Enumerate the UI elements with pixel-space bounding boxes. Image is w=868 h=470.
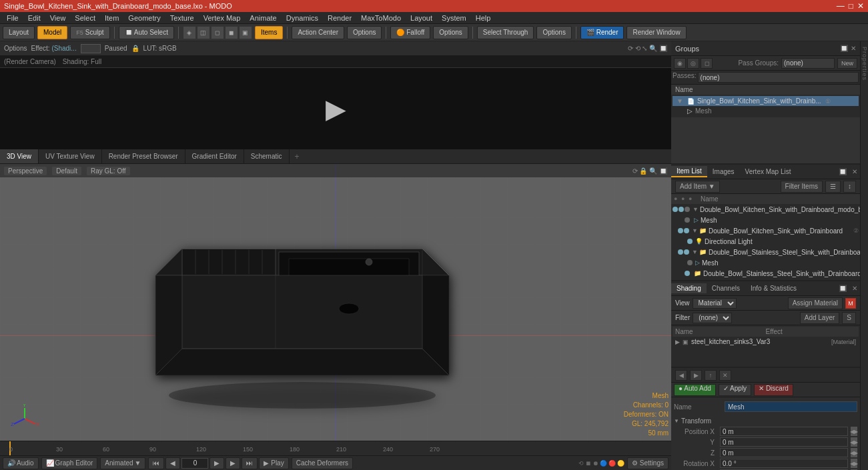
perspective-mode[interactable]: Perspective [4, 167, 47, 175]
menu-layout[interactable]: Layout [406, 13, 436, 23]
vertex-mode-btn[interactable]: ◈ [183, 26, 196, 39]
expand-4[interactable]: ▼ [692, 249, 698, 255]
window-controls[interactable]: — □ ✕ [837, 1, 864, 11]
auto-add-btn[interactable]: ● Auto Add [674, 384, 716, 396]
menu-geometry[interactable]: Geometry [124, 13, 164, 23]
menu-system[interactable]: System [438, 13, 470, 23]
frame-input[interactable] [181, 458, 208, 469]
filter-select[interactable]: (none) [693, 313, 732, 323]
menu-maxtomodo[interactable]: MaxToModo [357, 13, 405, 23]
tab-schematic[interactable]: Schematic [244, 149, 290, 163]
item-mode-btn[interactable]: ◼ [225, 26, 238, 39]
pos-x-val[interactable]: 0 m [720, 427, 848, 436]
model-btn[interactable]: Model [37, 26, 67, 39]
audio-btn[interactable]: 🔊 Audio [3, 457, 39, 469]
play-label-btn[interactable]: ▶ Play [259, 457, 288, 469]
scene-close-icon[interactable]: ✕ [849, 168, 860, 175]
shading-expand-icon[interactable]: 🔲 [836, 285, 849, 292]
options-3-btn[interactable]: Options [536, 26, 571, 39]
menu-select[interactable]: Select [71, 13, 99, 23]
edge-mode-btn[interactable]: ◫ [197, 26, 210, 39]
action-center-btn[interactable]: Action Center [292, 26, 344, 39]
pos-z-slider[interactable]: ◀▶ [851, 448, 857, 457]
tab-item-list[interactable]: Item List [671, 166, 707, 177]
material-mode-btn[interactable]: ▣ [239, 26, 252, 39]
new-group-btn[interactable]: New [837, 58, 857, 69]
select-through-btn[interactable]: Select Through [477, 26, 534, 39]
tab-info-stats[interactable]: Info & Statistics [745, 283, 802, 293]
tab-images[interactable]: Images [707, 167, 740, 177]
discard-btn[interactable]: ✕ Discard [754, 384, 793, 396]
tree-item-mesh2[interactable]: ▷ Mesh [671, 257, 860, 268]
pass-groups-input[interactable]: (none) [781, 58, 835, 69]
menu-dynamics[interactable]: Dynamics [282, 13, 322, 23]
tree-item-stainless-sink[interactable]: 📁 Double_Bowl_Stainless_Steel_Sink_with_… [671, 268, 860, 279]
tab-uv-texture[interactable]: UV Texture View [39, 149, 102, 163]
add-layer-btn[interactable]: Add Layer [800, 312, 840, 324]
filter-sort-btn[interactable]: ↕ [843, 181, 856, 193]
material-item-steel[interactable]: ▶ ▣ steel_kitchen_sinks3_Var3 [Material] [673, 337, 859, 347]
close-btn[interactable]: ✕ [857, 1, 864, 11]
filter-items-btn[interactable]: Filter Items [781, 181, 823, 193]
menu-item[interactable]: Item [101, 13, 123, 23]
tree-item-dir-light1[interactable]: 💡 Directional Light [671, 236, 860, 247]
prop-up-btn[interactable]: ↑ [705, 370, 717, 381]
groups-icon-1[interactable]: ◉ [674, 58, 686, 69]
tree-item-stainless[interactable]: ▼ 📁 Double_Bowl_Stainless_Steel_Sink_wit… [671, 247, 860, 257]
rot-x-slider[interactable]: ◀▶ [851, 459, 857, 468]
go-start-btn[interactable]: ⏮ [148, 457, 164, 469]
shading-s-btn[interactable]: S [842, 312, 856, 324]
items-btn[interactable]: Items [255, 26, 283, 39]
groups-icon-3[interactable]: ◻ [701, 58, 713, 69]
layout-btn[interactable]: Layout [3, 26, 35, 39]
menu-help[interactable]: Help [472, 13, 495, 23]
tab-vertex-map-list[interactable]: Vertex Map List [740, 167, 797, 177]
tab-channels[interactable]: Channels [707, 283, 745, 293]
tree-item-dir-light2[interactable]: 💡 Directional Light [671, 279, 860, 280]
next-frame-btn[interactable]: ▶ [226, 457, 240, 469]
tab-shading[interactable]: Shading [671, 283, 707, 293]
menu-edit[interactable]: Edit [24, 13, 45, 23]
name-value[interactable]: Mesh [725, 401, 857, 412]
default-view[interactable]: Default [52, 167, 81, 175]
groups-icon-2[interactable]: ◎ [687, 58, 699, 69]
timeline-ruler[interactable]: 0 30 60 90 120 150 180 210 240 270 [0, 441, 671, 455]
play-btn[interactable]: ▶ [209, 457, 224, 469]
settings-btn[interactable]: ⚙ Settings [627, 457, 669, 469]
expand-1[interactable]: ▼ [693, 206, 699, 213]
prop-back-btn[interactable]: ◀ [675, 370, 687, 381]
menu-render[interactable]: Render [324, 13, 356, 23]
minimize-btn[interactable]: — [837, 1, 845, 11]
transport-icon-1[interactable]: ⟲ [578, 460, 584, 467]
add-item-btn[interactable]: Add Item ▼ [675, 181, 720, 193]
menu-texture[interactable]: Texture [166, 13, 198, 23]
play-button[interactable]: ▶ [319, 92, 352, 125]
assign-material-btn[interactable]: Assign Material [788, 297, 843, 309]
tab-3d-view[interactable]: 3D View [0, 149, 39, 163]
cache-deformers-btn[interactable]: Cache Deformers [292, 457, 353, 469]
auto-select-btn[interactable]: 🔲 Auto Select [119, 26, 174, 39]
mat-expand-icon[interactable]: ▶ [675, 339, 680, 345]
transport-icon-5[interactable]: 🔴 [608, 460, 616, 467]
group-item-sink[interactable]: ▼ 📄 Single_Bowl_Kitchen_Sink_with_Drainb… [673, 96, 859, 106]
tab-gradient[interactable]: Gradient Editor [185, 149, 244, 163]
transport-icon-4[interactable]: 🔵 [600, 460, 607, 467]
raygl-mode[interactable]: Ray GL: Off [87, 167, 130, 175]
view-select[interactable]: Material [693, 298, 737, 309]
tree-item-mesh1[interactable]: ▷ Mesh [671, 215, 860, 225]
passes-input[interactable]: (none) [698, 72, 859, 83]
material-color-btn[interactable]: M [845, 298, 856, 309]
menu-file[interactable]: File [3, 13, 23, 23]
sculpt-mode-btn[interactable]: F5 Sculpt [70, 26, 109, 39]
group-item-mesh[interactable]: ▷ Mesh [683, 106, 859, 116]
menu-vertex-map[interactable]: Vertex Map [199, 13, 245, 23]
scene-expand-icon[interactable]: 🔲 [836, 168, 849, 175]
render-window-btn[interactable]: Render Window [626, 26, 686, 39]
prop-close-btn[interactable]: ✕ [719, 370, 731, 381]
options-1-btn[interactable]: Options [347, 26, 382, 39]
poly-mode-btn[interactable]: ◻ [211, 26, 224, 39]
viewport-3d[interactable]: Perspective Default Ray GL: Off ⟳ 🔒 🔍 🔲 [0, 164, 671, 441]
tree-item-file[interactable]: ▼ Double_Bowl_Kitchen_Sink_with_Drainboa… [671, 204, 860, 215]
animated-btn[interactable]: Animated ▼ [100, 457, 145, 469]
tab-render-preset[interactable]: Render Preset Browser [102, 149, 185, 163]
